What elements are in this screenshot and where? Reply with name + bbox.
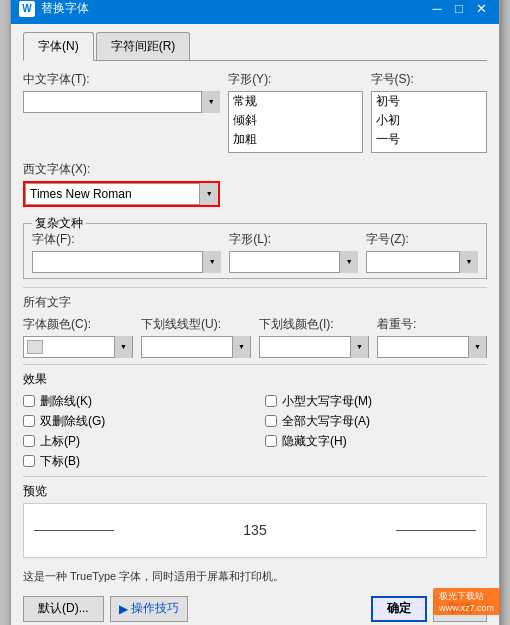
fuza-fieldset: 复杂文种 字体(F): 字形(L): 字号(Z): xyxy=(23,215,487,279)
underline-dropdown-arrow[interactable]: ▼ xyxy=(232,336,250,358)
info-text: 这是一种 TrueType 字体，同时适用于屏幕和打印机。 xyxy=(23,569,487,584)
tips-button[interactable]: ▶ 操作技巧 xyxy=(110,596,188,622)
zh-font-select-wrap xyxy=(23,91,220,113)
western-xingzhuang-spacer xyxy=(228,161,362,207)
maximize-button[interactable]: □ xyxy=(449,0,469,19)
suoyou-section: 所有文字 字体颜色(C): ▼ 下划线线型(U): ▼ xyxy=(23,287,487,358)
western-zihao-spacer xyxy=(371,161,487,207)
fuza-zihao-select[interactable] xyxy=(366,251,478,273)
tips-label: 操作技巧 xyxy=(131,600,179,617)
color-col: 字体颜色(C): ▼ xyxy=(23,316,133,358)
effects-title: 效果 xyxy=(23,371,487,388)
emphasis-dropdown-arrow[interactable]: ▼ xyxy=(468,336,486,358)
effect-checkbox-3[interactable] xyxy=(23,455,35,467)
dialog-title: 替换字体 xyxy=(41,0,89,17)
effect-label-0: 删除线(K) xyxy=(40,393,92,410)
window-controls: ─ □ ✕ xyxy=(427,0,491,19)
title-bar: W 替换字体 ─ □ ✕ xyxy=(11,0,499,24)
effect-label-1: 双删除线(G) xyxy=(40,413,105,430)
effect-item-1[interactable]: 双删除线(G) xyxy=(23,413,245,430)
xingzhuang-listbox[interactable]: 常规 倾斜 加粗 xyxy=(228,91,362,153)
zh-font-section: 中文字体(T): 字形(Y): 常规 倾斜 加粗 字号(S): 初号 xyxy=(23,71,487,153)
effect-item-right-0[interactable]: 小型大写字母(M) xyxy=(265,393,487,410)
effect-item-3[interactable]: 下标(B) xyxy=(23,453,245,470)
effect-item-0[interactable]: 删除线(K) xyxy=(23,393,245,410)
preview-line-right xyxy=(396,530,476,531)
zihao-item-0[interactable]: 初号 xyxy=(372,92,486,111)
preview-box: 135 xyxy=(23,503,487,558)
effect-item-2[interactable]: 上标(P) xyxy=(23,433,245,450)
btn-left-group: 默认(D)... ▶ 操作技巧 xyxy=(23,596,188,622)
zihao-col: 字号(S): 初号 小初 一号 xyxy=(371,71,487,153)
fuza-font-col: 字体(F): xyxy=(32,231,221,273)
fuza-zihao-select-wrap xyxy=(366,251,478,273)
zihao-item-2[interactable]: 一号 xyxy=(372,130,486,149)
fuza-font-select-wrap xyxy=(32,251,221,273)
fuza-xingzhuang-label: 字形(L): xyxy=(229,231,358,248)
color-dropdown-arrow[interactable]: ▼ xyxy=(114,336,132,358)
fuza-xingzhuang-select-wrap xyxy=(229,251,358,273)
suoyou-row: 字体颜色(C): ▼ 下划线线型(U): ▼ 下划线颜色(I): xyxy=(23,316,487,358)
effect-label-3: 下标(B) xyxy=(40,453,80,470)
title-bar-left: W 替换字体 xyxy=(19,0,89,17)
western-font-select[interactable]: Times New Roman xyxy=(25,183,218,205)
western-font-label: 西文字体(X): xyxy=(23,161,220,178)
emphasis-label: 着重号: xyxy=(377,316,487,333)
fuza-row: 字体(F): 字形(L): 字号(Z): xyxy=(32,231,478,273)
western-font-highlight: Times New Roman xyxy=(23,181,220,207)
xingzhuang-item-2[interactable]: 加粗 xyxy=(229,130,361,149)
close-button[interactable]: ✕ xyxy=(471,0,491,19)
underline-color-col: 下划线颜色(I): ▼ xyxy=(259,316,369,358)
effect-label-right-2: 隐藏文字(H) xyxy=(282,433,347,450)
xingzhuang-item-1[interactable]: 倾斜 xyxy=(229,111,361,130)
fuza-zihao-col: 字号(Z): xyxy=(366,231,478,273)
effect-label-right-1: 全部大写字母(A) xyxy=(282,413,370,430)
effects-grid: 删除线(K) 小型大写字母(M) 双删除线(G) 全部大写字母(A) 上标(P) xyxy=(23,393,487,470)
minimize-button[interactable]: ─ xyxy=(427,0,447,19)
fuza-zihao-label: 字号(Z): xyxy=(366,231,478,248)
effect-item-right-2[interactable]: 隐藏文字(H) xyxy=(265,433,487,450)
western-font-select-wrap: Times New Roman xyxy=(25,183,218,205)
color-label: 字体颜色(C): xyxy=(23,316,133,333)
effect-item-right-1[interactable]: 全部大写字母(A) xyxy=(265,413,487,430)
tab-font[interactable]: 字体(N) xyxy=(23,32,94,61)
zihao-label: 字号(S): xyxy=(371,71,487,88)
preview-title: 预览 xyxy=(23,483,487,500)
ok-button[interactable]: 确定 xyxy=(371,596,427,622)
effects-section: 效果 删除线(K) 小型大写字母(M) 双删除线(G) 全部大写字母(A) xyxy=(23,364,487,470)
fuza-font-label: 字体(F): xyxy=(32,231,221,248)
zh-font-label: 中文字体(T): xyxy=(23,71,220,88)
preview-line-container xyxy=(34,530,476,531)
preview-section: 预览 135 xyxy=(23,476,487,564)
suoyou-title: 所有文字 xyxy=(23,294,487,311)
tab-spacing[interactable]: 字符间距(R) xyxy=(96,32,191,60)
default-button[interactable]: 默认(D)... xyxy=(23,596,104,622)
xingzhuang-label: 字形(Y): xyxy=(228,71,362,88)
dialog-content: 字体(N) 字符间距(R) 中文字体(T): 字形(Y): 常规 倾斜 加粗 xyxy=(11,24,499,626)
effect-checkbox-0[interactable] xyxy=(23,395,35,407)
effect-checkbox-1[interactable] xyxy=(23,415,35,427)
xingzhuang-item-0[interactable]: 常规 xyxy=(229,92,361,111)
replace-font-dialog: W 替换字体 ─ □ ✕ 字体(N) 字符间距(R) 中文字体(T): xyxy=(10,0,500,625)
zihao-item-1[interactable]: 小初 xyxy=(372,111,486,130)
tips-icon: ▶ xyxy=(119,602,128,616)
effect-label-right-0: 小型大写字母(M) xyxy=(282,393,372,410)
effect-checkbox-2[interactable] xyxy=(23,435,35,447)
fuza-font-select[interactable] xyxy=(32,251,221,273)
app-icon: W xyxy=(19,1,35,17)
effect-checkbox-right-1[interactable] xyxy=(265,415,277,427)
underline-color-label: 下划线颜色(I): xyxy=(259,316,369,333)
western-font-col: 西文字体(X): Times New Roman xyxy=(23,161,220,207)
underline-col: 下划线线型(U): ▼ xyxy=(141,316,251,358)
xingzhuang-col: 字形(Y): 常规 倾斜 加粗 xyxy=(228,71,362,153)
fuza-xingzhuang-col: 字形(L): xyxy=(229,231,358,273)
underline-label: 下划线线型(U): xyxy=(141,316,251,333)
button-row: 默认(D)... ▶ 操作技巧 确定 取消 xyxy=(23,592,487,622)
tab-bar: 字体(N) 字符间距(R) xyxy=(23,32,487,61)
effect-checkbox-right-0[interactable] xyxy=(265,395,277,407)
zihao-listbox[interactable]: 初号 小初 一号 xyxy=(371,91,487,153)
zh-font-select[interactable] xyxy=(23,91,220,113)
fuza-xingzhuang-select[interactable] xyxy=(229,251,358,273)
underline-color-dropdown-arrow[interactable]: ▼ xyxy=(350,336,368,358)
effect-checkbox-right-2[interactable] xyxy=(265,435,277,447)
